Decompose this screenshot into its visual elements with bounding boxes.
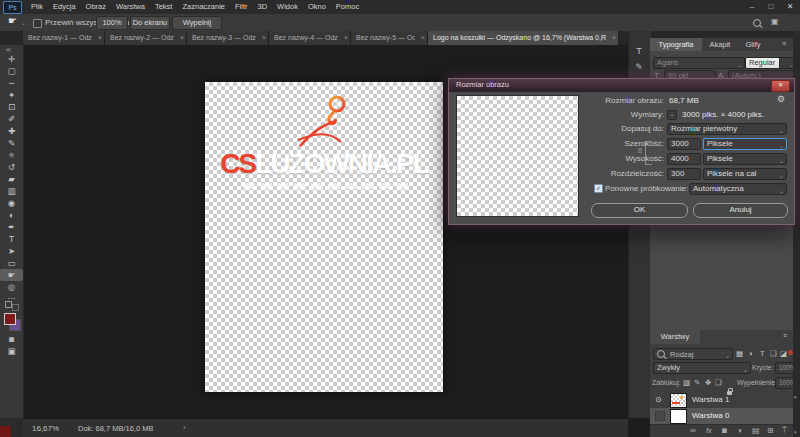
dialog-close-button[interactable]: ✕: [771, 80, 790, 92]
swap-colors-icon[interactable]: [12, 304, 19, 311]
tab-bez-nazwy-2[interactable]: Bez nazwy-2 — Odzyskano... ×: [105, 31, 187, 45]
tool-gradient[interactable]: ▥: [0, 185, 23, 197]
layer-thumbnail[interactable]: [670, 393, 687, 408]
tool-type[interactable]: T: [0, 233, 23, 245]
scroll-all-windows-checkbox[interactable]: [33, 19, 42, 28]
layer-style-icon[interactable]: fx: [706, 427, 711, 434]
toolbox-collapse-icon[interactable]: ≪: [5, 46, 11, 53]
tab-bez-nazwy-3[interactable]: Bez nazwy-3 — Odzyskano... ×: [187, 31, 269, 45]
menu-item-warstwa[interactable]: Warstwa: [111, 0, 150, 14]
tool-hand[interactable]: ☛: [0, 269, 23, 281]
layer-row-warstwa-0[interactable]: Warstwa 0: [650, 408, 793, 425]
menu-item-edycja[interactable]: Edycja: [48, 0, 81, 14]
resample-select[interactable]: Automatyczna ⌄: [689, 183, 787, 195]
tool-crop[interactable]: ⊡: [0, 101, 23, 113]
width-input[interactable]: 3000: [667, 138, 701, 150]
ok-button[interactable]: OK: [591, 203, 688, 218]
link-layers-icon[interactable]: ∞: [690, 426, 696, 435]
layer-thumbnail[interactable]: [670, 409, 687, 424]
filter-adjustment-layers-icon[interactable]: ◑: [748, 349, 753, 358]
tool-quick-selection[interactable]: ✦: [0, 89, 23, 101]
height-input[interactable]: 4000: [667, 153, 701, 165]
tool-eyedropper[interactable]: ✐: [0, 113, 23, 125]
zoom-percent[interactable]: 16,67%: [32, 424, 59, 433]
blend-mode-select[interactable]: Zwykły ⌄: [653, 362, 751, 374]
gear-icon[interactable]: ⚙: [777, 94, 785, 104]
tool-healing-brush[interactable]: ✚: [0, 125, 23, 137]
eye-icon-hidden[interactable]: [655, 411, 665, 421]
character-panel-icon[interactable]: T: [628, 46, 650, 56]
cancel-button[interactable]: Anuluj: [693, 203, 788, 218]
menu-item-widok[interactable]: Widok: [272, 0, 303, 14]
scroll-up-icon[interactable]: ▴: [794, 393, 797, 399]
menu-item-plik[interactable]: Plik: [26, 0, 48, 14]
filter-smart-object-icon[interactable]: ◪: [780, 349, 787, 358]
eye-icon[interactable]: ⊙: [655, 395, 662, 404]
tab-close-icon[interactable]: ×: [98, 31, 102, 45]
adjustment-layer-icon[interactable]: ◑: [737, 426, 742, 435]
tab-close-icon[interactable]: ×: [421, 31, 425, 45]
delete-layer-icon[interactable]: ⍑: [782, 426, 787, 436]
scroll-down-icon[interactable]: ▾: [794, 429, 797, 435]
tab-close-icon[interactable]: ×: [612, 31, 616, 45]
quick-mask-icon[interactable]: ◙: [0, 333, 23, 345]
menu-item-zaznaczanie[interactable]: Zaznaczanie: [177, 0, 230, 14]
tool-dodge[interactable]: ◐: [0, 209, 23, 221]
layer-mask-icon[interactable]: ◙: [722, 426, 727, 435]
layer-name[interactable]: Warstwa 0: [692, 411, 730, 420]
resolution-unit-select[interactable]: Piksele na cal ⌄: [703, 168, 787, 180]
workspace-icon[interactable]: ▣: [771, 17, 779, 26]
filter-pixel-layers-icon[interactable]: ▦: [736, 349, 743, 358]
foreground-color-swatch[interactable]: [4, 313, 16, 325]
lock-transparency-icon[interactable]: ▨: [683, 378, 690, 387]
brushes-panel-icon[interactable]: ✎: [628, 62, 650, 72]
new-layer-icon[interactable]: ⊞: [767, 426, 774, 435]
tool-brush[interactable]: ✎: [0, 137, 23, 149]
width-unit-select[interactable]: Piksele ⌄: [703, 138, 787, 150]
close-button[interactable]: ✕: [782, 0, 798, 14]
zoom-100-button[interactable]: 100%: [96, 16, 128, 30]
tool-lasso[interactable]: ∽: [0, 77, 23, 89]
height-unit-select[interactable]: Piksele ⌄: [703, 153, 787, 165]
menu-item-pomoc[interactable]: Pomoc: [331, 0, 364, 14]
menu-item-tekst[interactable]: Tekst: [150, 0, 178, 14]
tab-akapit[interactable]: Akapit: [702, 38, 738, 51]
chevron-down-icon[interactable]: ⌄: [21, 19, 26, 26]
layer-name[interactable]: Warstwa 1: [692, 395, 730, 404]
tab-warstwy[interactable]: Warstwy: [650, 330, 700, 344]
default-colors-icon[interactable]: [5, 301, 12, 308]
tab-close-icon[interactable]: ×: [344, 31, 348, 45]
font-style-select[interactable]: Regular: [745, 57, 783, 69]
layer-row-warstwa-1[interactable]: ⊙ Warstwa 1: [650, 392, 793, 409]
font-family-select[interactable]: Agaris ⌄: [653, 57, 745, 69]
menu-item-3d[interactable]: 3D: [252, 0, 272, 14]
tab-logo-na-koszulki[interactable]: Logo na koszulki — Odzyskano @ 16,7% (Wa…: [428, 31, 619, 45]
dimensions-caret[interactable]: ⌄: [667, 110, 677, 120]
tab-bez-nazwy-4[interactable]: Bez nazwy-4 — Odzyskano... ×: [269, 31, 351, 45]
menu-item-obraz[interactable]: Obraz: [81, 0, 111, 14]
tab-glify[interactable]: Glify: [738, 38, 768, 51]
tool-history-brush[interactable]: ↺: [0, 161, 23, 173]
lock-position-icon[interactable]: ✥: [705, 378, 711, 387]
fill-screen-button[interactable]: Wypełnij ekran: [172, 16, 222, 30]
resample-checkbox[interactable]: ✓: [594, 184, 603, 193]
layer-filter-select[interactable]: Rodzaj ⌄: [653, 348, 733, 360]
tool-marquee[interactable]: ▢: [0, 65, 23, 77]
tool-pen[interactable]: ✒: [0, 221, 23, 233]
tool-blur[interactable]: ◉: [0, 197, 23, 209]
tab-bez-nazwy-1[interactable]: Bez nazwy-1 — Odzyskano... ×: [23, 31, 105, 45]
menu-item-filtr[interactable]: Filtr: [230, 0, 253, 14]
fit-screen-button[interactable]: Do ekranu: [130, 16, 170, 30]
tool-eraser[interactable]: ▰: [0, 173, 23, 185]
layers-menu-icon[interactable]: ≡: [783, 332, 787, 339]
status-expander-icon[interactable]: ›: [183, 423, 186, 432]
tool-clone-stamp[interactable]: ⍟: [0, 149, 23, 161]
fit-to-select[interactable]: Rozmiar pierwotny ⌄: [667, 123, 787, 135]
tab-bez-nazwy-5[interactable]: Bez nazwy-5 — Odzyskano... ×: [351, 31, 428, 45]
search-icon[interactable]: [753, 19, 761, 27]
layer-group-icon[interactable]: ▤: [752, 426, 760, 435]
lock-artboard-icon[interactable]: ❏: [715, 378, 722, 387]
tool-shape[interactable]: ▭: [0, 257, 23, 269]
lock-pixels-icon[interactable]: ✎: [694, 378, 700, 387]
menu-item-okno[interactable]: Okno: [303, 0, 331, 14]
